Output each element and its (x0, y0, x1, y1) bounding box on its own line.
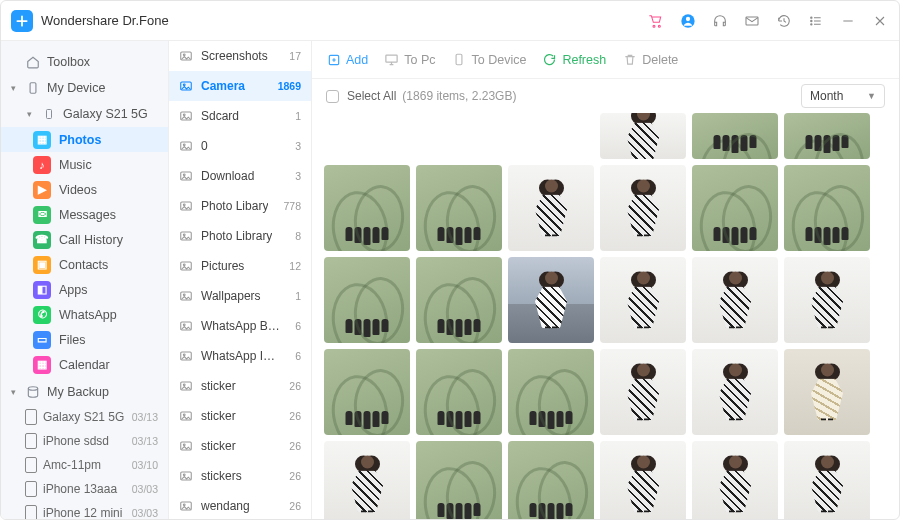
sidebar-item-calendar[interactable]: ▦Calendar (1, 352, 168, 377)
thumbnail[interactable] (508, 165, 594, 251)
folder-row[interactable]: sticker26 (169, 371, 311, 401)
to-pc-button[interactable]: To Pc (384, 52, 435, 67)
delete-button[interactable]: Delete (622, 52, 678, 67)
thumbnail-grid[interactable] (312, 113, 899, 519)
thumbnail[interactable] (784, 441, 870, 519)
folder-row[interactable]: sticker26 (169, 401, 311, 431)
list-icon[interactable] (807, 12, 825, 30)
folder-count: 6 (295, 350, 301, 362)
sidebar-item-apps[interactable]: ◧Apps (1, 277, 168, 302)
sidebar-item-contacts[interactable]: ▣Contacts (1, 252, 168, 277)
backup-item[interactable]: iPhone 12 mini03/03 (1, 501, 168, 519)
thumbnail[interactable] (324, 349, 410, 435)
sidebar-item-messages[interactable]: ✉Messages (1, 202, 168, 227)
history-icon[interactable] (775, 12, 793, 30)
mail-icon[interactable] (743, 12, 761, 30)
thumbnail[interactable] (600, 257, 686, 343)
folder-row[interactable]: sticker26 (169, 431, 311, 461)
folder-row[interactable]: Photo Libary778 (169, 191, 311, 221)
thumbnail[interactable] (324, 441, 410, 519)
thumbnail[interactable] (600, 165, 686, 251)
sidebar-item-label: Apps (59, 283, 88, 297)
thumbnail[interactable] (692, 349, 778, 435)
sidebar-item-music[interactable]: ♪Music (1, 152, 168, 177)
folder-row[interactable]: WhatsApp Busin...6 (169, 311, 311, 341)
sidebar-item-label: Files (59, 333, 85, 347)
thumbnail[interactable] (600, 349, 686, 435)
sidebar-item-call-history[interactable]: ☎Call History (1, 227, 168, 252)
thumbnail (324, 113, 410, 159)
sidebar-item-photos[interactable]: ▦Photos (1, 127, 168, 152)
thumbnail[interactable] (600, 441, 686, 519)
backup-item[interactable]: iPhone 13aaa03/03 (1, 477, 168, 501)
folder-row[interactable]: Sdcard1 (169, 101, 311, 131)
folder-row[interactable]: Download3 (169, 161, 311, 191)
backup-item[interactable]: iPhone sdsd03/13 (1, 429, 168, 453)
thumbnail[interactable] (692, 441, 778, 519)
backup-date: 03/13 (132, 411, 158, 423)
folder-row[interactable]: Camera1869 (169, 71, 311, 101)
svg-point-42 (183, 504, 185, 506)
sidebar-item-videos[interactable]: ▶Videos (1, 177, 168, 202)
to-device-button[interactable]: To Device (452, 52, 527, 67)
folder-row[interactable]: WhatsApp Images6 (169, 341, 311, 371)
group-by-select[interactable]: Month ▼ (801, 84, 885, 108)
sidebar-item-label: Photos (59, 133, 101, 147)
sidebar-device-label: Galaxy S21 5G (63, 107, 148, 121)
sidebar-toolbox[interactable]: Toolbox (1, 49, 168, 75)
folder-row[interactable]: Wallpapers1 (169, 281, 311, 311)
add-button[interactable]: Add (326, 52, 368, 67)
picture-icon (179, 499, 193, 513)
sidebar-my-device[interactable]: ▾ My Device (1, 75, 168, 101)
thumbnail[interactable] (692, 113, 778, 159)
to-device-icon (452, 52, 467, 67)
folder-row[interactable]: Screenshots17 (169, 41, 311, 71)
folder-label: Pictures (201, 259, 244, 273)
svg-point-12 (183, 54, 185, 56)
folder-row[interactable]: Pictures12 (169, 251, 311, 281)
thumbnail[interactable] (784, 113, 870, 159)
folder-row[interactable]: 03 (169, 131, 311, 161)
sidebar-my-backup[interactable]: ▾ My Backup (1, 379, 168, 405)
category-icon: ▦ (33, 356, 51, 374)
folder-list[interactable]: Screenshots17Camera1869Sdcard103Download… (169, 41, 312, 519)
thumbnail (508, 113, 594, 159)
folder-label: Photo Library (201, 229, 272, 243)
app-title: Wondershare Dr.Fone (41, 13, 169, 28)
folder-label: Photo Libary (201, 199, 268, 213)
thumbnail[interactable] (416, 165, 502, 251)
sidebar-device-galaxy[interactable]: ▾ Galaxy S21 5G (1, 101, 168, 127)
close-icon[interactable] (871, 12, 889, 30)
thumbnail[interactable] (416, 349, 502, 435)
backup-item[interactable]: Amc-11pm03/10 (1, 453, 168, 477)
thumbnail[interactable] (784, 257, 870, 343)
thumbnail[interactable] (600, 113, 686, 159)
user-icon[interactable] (679, 12, 697, 30)
sidebar-item-files[interactable]: ▭Files (1, 327, 168, 352)
refresh-button[interactable]: Refresh (542, 52, 606, 67)
cart-icon[interactable] (647, 12, 665, 30)
thumbnail[interactable] (692, 165, 778, 251)
folder-row[interactable]: Photo Library8 (169, 221, 311, 251)
select-all-checkbox[interactable] (326, 90, 339, 103)
thumbnail[interactable] (508, 349, 594, 435)
to-pc-icon (384, 52, 399, 67)
folder-row[interactable]: stickers26 (169, 461, 311, 491)
thumbnail[interactable] (508, 257, 594, 343)
svg-point-28 (183, 294, 185, 296)
thumbnail[interactable] (324, 257, 410, 343)
thumbnail[interactable] (692, 257, 778, 343)
thumbnail[interactable] (784, 165, 870, 251)
headset-icon[interactable] (711, 12, 729, 30)
minimize-icon[interactable] (839, 12, 857, 30)
thumbnail[interactable] (324, 165, 410, 251)
thumbnail[interactable] (416, 441, 502, 519)
toolbar: Add To Pc To Device Refresh Delete (312, 41, 899, 79)
thumbnail[interactable] (508, 441, 594, 519)
folder-row[interactable]: wendang26 (169, 491, 311, 519)
backup-item[interactable]: Galaxy S21 5G03/13 (1, 405, 168, 429)
thumbnail[interactable] (416, 257, 502, 343)
thumbnail[interactable] (784, 349, 870, 435)
backup-label: Galaxy S21 5G (43, 410, 124, 424)
sidebar-item-whatsapp[interactable]: ✆WhatsApp (1, 302, 168, 327)
